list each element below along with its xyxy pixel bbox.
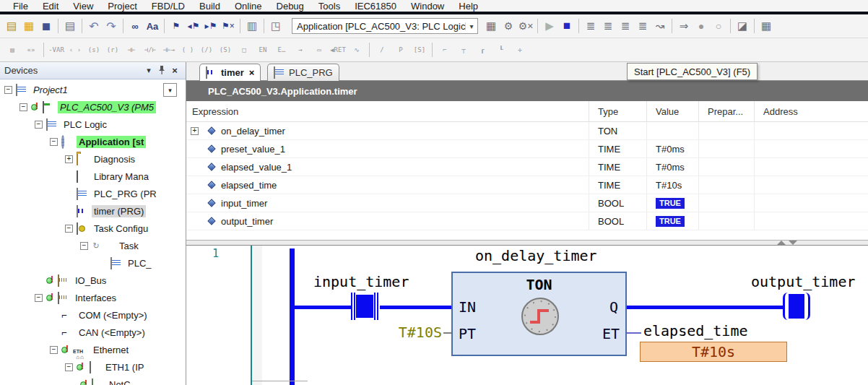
menu-help[interactable]: Help xyxy=(451,1,485,12)
redo-icon[interactable]: ↷ xyxy=(103,18,119,34)
insert-box-eno-icon[interactable]: E… xyxy=(273,42,290,58)
close-tab-icon[interactable] xyxy=(249,67,255,78)
edge-detection-icon[interactable]: P xyxy=(392,42,409,58)
insert-network-above-icon[interactable]: ┖ xyxy=(492,42,510,58)
tree-item-plc-ac500-v3[interactable]: PLC_AC500_V3 (PM5 xyxy=(0,98,186,116)
network-icon[interactable]: ▤ xyxy=(4,42,21,58)
empty-box-icon[interactable]: «» xyxy=(22,42,40,58)
tree-item-task[interactable]: ↻ Task xyxy=(0,237,186,254)
tree-item-plc-call[interactable]: PLC_ xyxy=(0,254,186,272)
insert-contact-right-icon[interactable]: ⊣⊢→ xyxy=(160,42,178,58)
clear-bookmarks-icon[interactable]: ⚑× xyxy=(220,18,236,34)
ton-function-block[interactable]: TON IN PT Q ET xyxy=(451,272,627,356)
disable-breakpoint-icon[interactable]: ○ xyxy=(711,18,726,34)
tree-item-io-bus[interactable]: IO_Bus xyxy=(0,272,186,289)
menu-project[interactable]: Project xyxy=(100,1,144,12)
tree-item-task-configuration[interactable]: Task Configu xyxy=(0,220,186,237)
watch-row-output-timer[interactable]: output_timer BOOLTRUE xyxy=(186,212,868,230)
menu-build[interactable]: Build xyxy=(192,1,227,12)
tree-item-plc-prg[interactable]: PLC_PRG (PR xyxy=(0,185,186,202)
collapse-icon[interactable] xyxy=(4,86,12,94)
save-project-icon[interactable]: ◼ xyxy=(38,18,54,34)
column-value[interactable]: Value xyxy=(646,101,698,121)
start-icon[interactable]: ▶ xyxy=(542,18,557,34)
menu-debug[interactable]: Debug xyxy=(269,1,311,12)
block-instance-name[interactable]: on_delay_timer xyxy=(475,247,597,264)
close-panel-icon[interactable]: × xyxy=(168,65,181,76)
negate-icon[interactable]: / xyxy=(373,42,391,58)
jump-label-icon[interactable]: ‹ › xyxy=(66,42,84,58)
network-number[interactable]: 1 xyxy=(212,247,219,260)
et-label[interactable]: elapsed_time xyxy=(643,322,748,339)
step-out-icon[interactable]: ≣ xyxy=(617,18,633,34)
declarations-icon[interactable]: ▥ xyxy=(244,18,260,34)
tree-item-netc[interactable]: NetC xyxy=(0,376,186,385)
coil-label[interactable]: output_timer xyxy=(751,273,856,290)
column-expression[interactable]: Expression xyxy=(186,101,589,121)
contact-icon[interactable]: ⊣⊢ xyxy=(123,42,140,58)
collapse-icon[interactable] xyxy=(65,225,73,233)
new-object-icon[interactable]: ◳ xyxy=(268,18,284,34)
collapse-icon[interactable] xyxy=(65,363,73,371)
set-coil-icon[interactable]: (s) xyxy=(85,42,103,58)
column-prepared[interactable]: Prepar... xyxy=(698,101,754,121)
pin-pt[interactable]: PT xyxy=(459,325,476,342)
undo-icon[interactable]: ↶ xyxy=(86,18,102,34)
pin-q[interactable]: Q xyxy=(609,298,618,316)
pt-literal[interactable]: T#10S xyxy=(380,324,442,341)
collapse-icon[interactable] xyxy=(50,138,58,146)
new-breakpoint-icon[interactable]: ● xyxy=(693,18,709,34)
tab-plc-prg[interactable]: PLC_PRG xyxy=(267,64,339,81)
print-icon[interactable]: ▤ xyxy=(62,18,78,34)
menu-view[interactable]: View xyxy=(66,1,100,12)
pointer-mode-icon[interactable]: ✢ xyxy=(511,42,529,58)
pin-icon[interactable] xyxy=(155,65,168,76)
insert-network-below-icon[interactable]: ┎ xyxy=(474,42,491,58)
collapse-icon[interactable] xyxy=(50,346,58,354)
assignment-icon[interactable]: -VAR xyxy=(48,42,65,58)
tree-item-eth1[interactable]: ETH1 (IP xyxy=(0,358,186,376)
find-replace-icon[interactable]: Aa xyxy=(144,18,160,34)
reset-coil-icon[interactable]: (r) xyxy=(104,42,121,58)
step-into-icon[interactable]: ≣ xyxy=(600,18,616,34)
contact-input-timer[interactable] xyxy=(351,292,378,321)
overflow-icon[interactable]: ▦ xyxy=(758,18,774,34)
toggle-bookmark-icon[interactable]: ⚑ xyxy=(168,18,184,34)
collapse-icon[interactable] xyxy=(35,121,43,129)
menu-edit[interactable]: Edit xyxy=(35,1,66,12)
tree-item-project1[interactable]: Project1 ▾ xyxy=(0,81,186,98)
watch-row-preset-value-1[interactable]: preset_value_1 TIMET#0ms xyxy=(186,140,868,158)
logout-icon[interactable]: ⚙× xyxy=(518,18,534,34)
set-next-statement-icon[interactable]: ↝ xyxy=(652,18,668,34)
column-address[interactable]: Address xyxy=(754,101,868,121)
single-cycle-icon[interactable]: ⇒ xyxy=(676,18,692,34)
menu-file[interactable]: File xyxy=(6,1,35,12)
collapse-icon[interactable] xyxy=(35,294,43,302)
coil-output-timer[interactable] xyxy=(783,292,810,321)
expand-icon[interactable] xyxy=(191,127,199,135)
next-bookmark-icon[interactable]: ▸⚑ xyxy=(203,18,219,34)
contact-label[interactable]: input_timer xyxy=(313,273,409,290)
collapse-icon[interactable] xyxy=(80,242,88,250)
tree-item-timer[interactable]: timer (PRG) xyxy=(0,202,186,220)
expand-icon[interactable] xyxy=(65,155,73,163)
tree-item-application[interactable]: Application [st xyxy=(0,133,186,150)
collapse-icon[interactable] xyxy=(19,103,27,111)
watch-row-elapsed-value-1[interactable]: elapsed_value_1 TIMET#0ms xyxy=(186,158,868,176)
active-application-selector[interactable]: Application [PLC_AC500_V3: PLC Logic] ▾ xyxy=(292,18,478,34)
find-icon[interactable]: ∞ xyxy=(127,18,143,34)
menu-iec61850[interactable]: IEC61850 xyxy=(347,1,404,12)
return-icon[interactable]: ◀RET xyxy=(329,42,347,58)
menu-online[interactable]: Online xyxy=(227,1,269,12)
set-reset-coil-icon[interactable]: (S) xyxy=(217,42,234,58)
watch-row-input-timer[interactable]: input_timer BOOLTRUE xyxy=(186,194,868,212)
panel-dropdown-icon[interactable]: ▾ xyxy=(142,66,155,75)
pin-in[interactable]: IN xyxy=(459,298,476,316)
insert-branch-icon[interactable]: ⌐ xyxy=(436,42,453,58)
login-icon[interactable]: ⚙ xyxy=(500,18,516,34)
tab-timer[interactable]: timer xyxy=(199,64,261,81)
column-type[interactable]: Type xyxy=(589,101,646,121)
pin-et[interactable]: ET xyxy=(602,325,620,342)
menu-fbdld[interactable]: FBD/LD xyxy=(144,1,192,12)
insert-branch-below-icon[interactable]: ┬ xyxy=(455,42,472,58)
